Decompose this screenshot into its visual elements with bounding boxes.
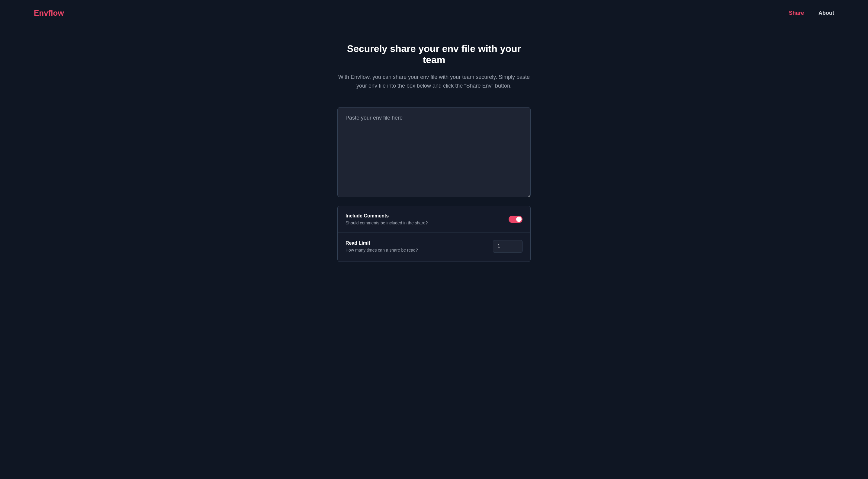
header: Envflow Share About bbox=[0, 0, 868, 26]
nav-link-about[interactable]: About bbox=[818, 10, 834, 16]
include-comments-toggle[interactable] bbox=[508, 216, 523, 223]
option-row-next bbox=[338, 260, 530, 261]
nav-link-share[interactable]: Share bbox=[789, 10, 804, 16]
page-subtitle: With Envflow, you can share your env fil… bbox=[337, 73, 531, 90]
options-card: Include Comments Should comments be incl… bbox=[337, 206, 531, 262]
page-title: Securely share your env file with your t… bbox=[337, 43, 531, 66]
option-read-limit: Read Limit How many times can a share be… bbox=[338, 233, 530, 260]
include-comments-label: Include Comments bbox=[345, 213, 428, 219]
nav: Share About bbox=[789, 10, 834, 16]
toggle-thumb bbox=[516, 217, 522, 222]
read-limit-description: How many times can a share be read? bbox=[345, 248, 418, 253]
read-limit-label: Read Limit bbox=[345, 241, 418, 246]
main-container: Securely share your env file with your t… bbox=[337, 26, 531, 262]
option-include-comments: Include Comments Should comments be incl… bbox=[338, 206, 530, 233]
read-limit-input[interactable] bbox=[493, 240, 523, 253]
option-text: Include Comments Should comments be incl… bbox=[345, 213, 428, 225]
option-text: Read Limit How many times can a share be… bbox=[345, 241, 418, 253]
include-comments-description: Should comments be included in the share… bbox=[345, 221, 428, 225]
env-textarea[interactable] bbox=[337, 107, 531, 197]
logo[interactable]: Envflow bbox=[34, 8, 64, 18]
